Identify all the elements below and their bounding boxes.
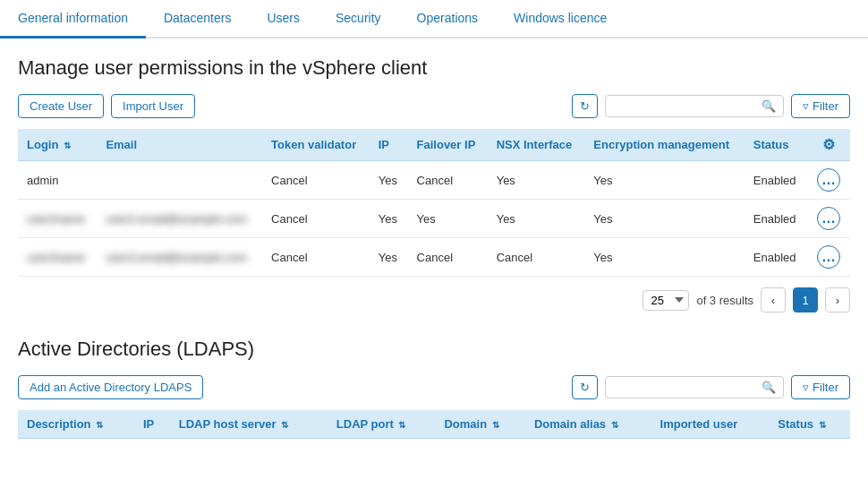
- cell-login-2: user2name: [18, 200, 97, 238]
- refresh-icon: ↻: [580, 99, 590, 113]
- col-login: Login ⇅: [18, 129, 97, 161]
- col-ip: IP: [370, 129, 408, 161]
- ad-status-sort-icon[interactable]: ⇅: [819, 420, 826, 430]
- ad-col-ldap-port: LDAP port ⇅: [328, 410, 436, 439]
- cell-email-1: [97, 161, 262, 200]
- pagination-page-1-button[interactable]: 1: [793, 287, 818, 312]
- ad-description-sort-icon[interactable]: ⇅: [96, 420, 103, 430]
- users-refresh-button[interactable]: ↻: [572, 94, 598, 118]
- pagination-total: of 3 results: [696, 294, 753, 307]
- users-filter-button[interactable]: ▿ Filter: [791, 94, 850, 118]
- domain-sort-icon[interactable]: ⇅: [492, 420, 499, 430]
- table-row: user3name user3.email@example.com Cancel…: [18, 238, 850, 277]
- pagination-next-button[interactable]: ›: [825, 287, 850, 312]
- ldap-port-sort-icon[interactable]: ⇅: [398, 420, 405, 430]
- ad-filter-icon: ▿: [803, 381, 809, 394]
- cell-nsx-2: Yes: [488, 200, 585, 238]
- cell-enc-2: Yes: [584, 200, 744, 238]
- cell-failover-3: Cancel: [408, 238, 488, 277]
- cell-login-1: admin: [18, 161, 97, 200]
- ad-col-domain-alias: Domain alias ⇅: [525, 410, 651, 439]
- top-navigation: General information Datacenters Users Se…: [0, 0, 868, 39]
- nav-datacenters[interactable]: Datacenters: [146, 0, 249, 39]
- cell-enc-3: Yes: [584, 238, 744, 277]
- ad-toolbar: Add an Active Directory LDAPS ↻ 🔍 ▿ Filt…: [18, 375, 850, 399]
- ad-search-box[interactable]: 🔍: [605, 376, 784, 398]
- create-user-button[interactable]: Create User: [18, 94, 104, 118]
- cell-ip-2: Yes: [370, 200, 408, 238]
- ad-search-input[interactable]: [613, 381, 762, 394]
- users-pagination: 25 50 100 of 3 results ‹ 1 ›: [18, 287, 850, 312]
- cell-login-3: user3name: [18, 238, 97, 277]
- col-failover-ip: Failover IP: [408, 129, 488, 161]
- users-toolbar: Create User Import User ↻ 🔍 ▿ Filter: [18, 94, 850, 118]
- ad-filter-button[interactable]: ▿ Filter: [791, 375, 850, 399]
- nav-operations[interactable]: Operations: [399, 0, 496, 39]
- row-actions-button-3[interactable]: …: [817, 245, 840, 269]
- cell-token-2: Cancel: [262, 200, 370, 238]
- ad-refresh-button[interactable]: ↻: [572, 375, 598, 399]
- nav-general-information[interactable]: General information: [0, 0, 146, 39]
- cell-ip-1: Yes: [370, 161, 408, 200]
- domain-alias-sort-icon[interactable]: ⇅: [611, 420, 618, 430]
- filter-icon: ▿: [803, 99, 809, 113]
- col-settings: ⚙: [807, 129, 850, 161]
- pagination-prev-button[interactable]: ‹: [761, 287, 786, 312]
- cell-token-3: Cancel: [262, 238, 370, 277]
- ad-table-header-row: Description ⇅ IP LDAP host server ⇅ LDAP…: [18, 410, 850, 439]
- users-search-box[interactable]: 🔍: [605, 95, 784, 117]
- users-search-input[interactable]: [613, 99, 762, 113]
- row-actions-button-2[interactable]: …: [817, 207, 840, 230]
- table-row: user2name user2.email@example.com Cancel…: [18, 200, 850, 238]
- login-sort-icon[interactable]: ⇅: [64, 141, 71, 150]
- col-encryption-mgmt: Encryption management: [584, 129, 744, 161]
- ad-col-description: Description ⇅: [18, 410, 134, 439]
- cell-status-3: Enabled: [745, 238, 807, 277]
- col-email: Email: [97, 129, 262, 161]
- cell-email-3: user3.email@example.com: [97, 238, 262, 277]
- cell-email-2: user2.email@example.com: [97, 200, 262, 238]
- cell-actions-1: …: [807, 161, 850, 200]
- cell-status-2: Enabled: [745, 200, 807, 238]
- nav-users[interactable]: Users: [249, 0, 318, 39]
- cell-failover-2: Yes: [408, 200, 488, 238]
- ad-search-icon[interactable]: 🔍: [762, 381, 776, 394]
- cell-nsx-3: Cancel: [488, 238, 585, 277]
- ad-section-title: Active Directories (LDAPS): [18, 338, 850, 361]
- ad-col-ip: IP: [134, 410, 170, 439]
- cell-ip-3: Yes: [370, 238, 408, 277]
- ldap-host-sort-icon[interactable]: ⇅: [281, 420, 288, 430]
- add-ad-ldaps-button[interactable]: Add an Active Directory LDAPS: [18, 375, 203, 399]
- cell-actions-3: …: [807, 238, 850, 277]
- ad-table: Description ⇅ IP LDAP host server ⇅ LDAP…: [18, 410, 850, 439]
- col-status: Status: [745, 129, 807, 161]
- ad-col-domain: Domain ⇅: [435, 410, 524, 439]
- cell-status-1: Enabled: [745, 161, 807, 200]
- cell-actions-2: …: [807, 200, 850, 238]
- cell-failover-1: Cancel: [408, 161, 488, 200]
- nav-windows-licence[interactable]: Windows licence: [496, 0, 625, 39]
- ad-col-status: Status ⇅: [769, 410, 850, 439]
- cell-enc-1: Yes: [584, 161, 744, 200]
- nav-security[interactable]: Security: [318, 0, 399, 39]
- ad-col-ldap-host: LDAP host server ⇅: [170, 410, 328, 439]
- users-table-header-row: Login ⇅ Email Token validator IP Failove…: [18, 129, 850, 161]
- page-size-select[interactable]: 25 50 100: [642, 290, 689, 311]
- cell-token-1: Cancel: [262, 161, 370, 200]
- users-section-title: Manage user permissions in the vSphere c…: [18, 56, 850, 80]
- next-icon: ›: [836, 294, 839, 307]
- main-content: Manage user permissions in the vSphere c…: [0, 39, 868, 467]
- col-nsx-interface: NSX Interface: [488, 129, 585, 161]
- users-table: Login ⇅ Email Token validator IP Failove…: [18, 129, 850, 277]
- table-row: admin Cancel Yes Cancel Yes Yes Enabled …: [18, 161, 850, 200]
- table-settings-icon[interactable]: ⚙: [822, 137, 835, 152]
- row-actions-button-1[interactable]: …: [817, 168, 840, 192]
- users-search-icon[interactable]: 🔍: [762, 99, 776, 113]
- prev-icon: ‹: [771, 294, 775, 307]
- ad-col-imported-user: Imported user: [651, 410, 770, 439]
- col-token-validator: Token validator: [262, 129, 370, 161]
- ad-refresh-icon: ↻: [580, 381, 590, 394]
- cell-nsx-1: Yes: [488, 161, 585, 200]
- import-user-button[interactable]: Import User: [111, 94, 195, 118]
